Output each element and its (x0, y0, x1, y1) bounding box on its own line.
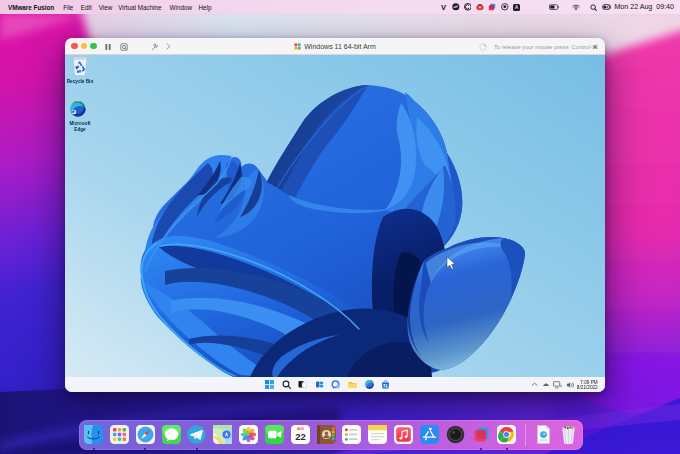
svg-text:22: 22 (295, 431, 306, 442)
svg-text:A: A (515, 5, 519, 10)
